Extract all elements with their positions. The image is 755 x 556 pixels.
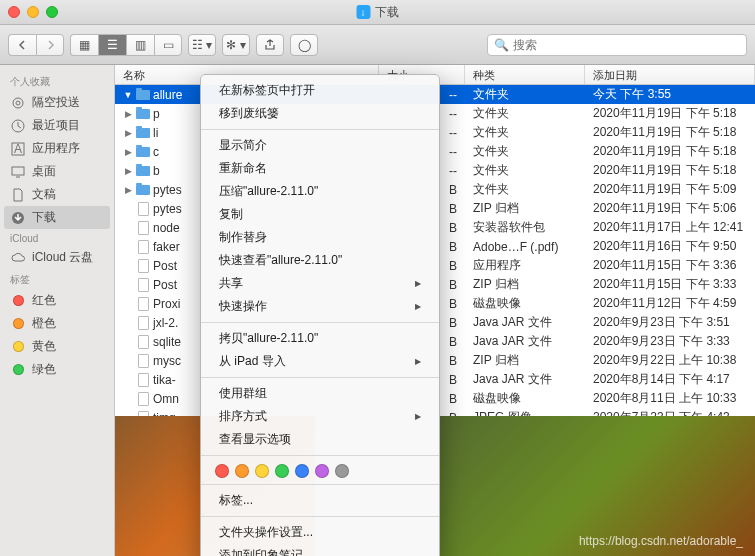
disclosure-icon[interactable]: ▶	[123, 109, 133, 119]
file-name: c	[153, 145, 159, 159]
context-menu-item[interactable]: 快速操作	[201, 295, 439, 318]
disclosure-icon[interactable]: ▼	[123, 90, 133, 100]
file-date: 2020年9月23日 下午 3:51	[585, 314, 755, 331]
tag-color[interactable]	[235, 464, 249, 478]
sidebar-label: 桌面	[32, 163, 56, 180]
view-buttons: ▦ ☰ ▥ ▭	[70, 34, 182, 56]
nav-buttons	[8, 34, 64, 56]
file-kind: Java JAR 文件	[465, 371, 585, 388]
zoom-button[interactable]	[46, 6, 58, 18]
file-name: allure	[153, 88, 182, 102]
window-title-text: 下载	[375, 4, 399, 21]
back-button[interactable]	[8, 34, 36, 56]
search-field[interactable]: 🔍	[487, 34, 747, 56]
context-menu-item[interactable]: 制作替身	[201, 226, 439, 249]
tag-color[interactable]	[335, 464, 349, 478]
context-menu-item[interactable]: 从 iPad 导入	[201, 350, 439, 373]
disclosure-icon[interactable]: ▶	[123, 185, 133, 195]
context-menu-item[interactable]: 复制	[201, 203, 439, 226]
sidebar-label: 应用程序	[32, 140, 80, 157]
column-view-button[interactable]: ▥	[126, 34, 154, 56]
context-menu-item[interactable]: 标签...	[201, 489, 439, 512]
sidebar-item[interactable]: 黄色	[0, 335, 114, 358]
file-name: pytes	[153, 183, 182, 197]
forward-button[interactable]	[36, 34, 64, 56]
sidebar-item[interactable]: A应用程序	[0, 137, 114, 160]
file-date: 2020年9月23日 下午 3:33	[585, 333, 755, 350]
file-date: 2020年8月11日 上午 10:33	[585, 390, 755, 407]
sidebar-item[interactable]: iCloud 云盘	[0, 246, 114, 269]
tag-color[interactable]	[255, 464, 269, 478]
sidebar-item[interactable]: 红色	[0, 289, 114, 312]
col-date[interactable]: 添加日期	[585, 65, 755, 84]
disclosure-icon[interactable]: ▶	[123, 166, 133, 176]
tag-icon	[10, 293, 26, 309]
context-menu-item[interactable]: 显示简介	[201, 134, 439, 157]
context-menu-item[interactable]: 压缩"allure-2.11.0"	[201, 180, 439, 203]
file-kind: ZIP 归档	[465, 200, 585, 217]
disclosure-icon[interactable]: ▶	[123, 147, 133, 157]
context-menu: 在新标签页中打开移到废纸篓显示简介重新命名压缩"allure-2.11.0"复制…	[200, 74, 440, 556]
file-kind: 文件夹	[465, 124, 585, 141]
window-title: 下载	[356, 4, 399, 21]
context-menu-item[interactable]: 共享	[201, 272, 439, 295]
watermark: https://blog.csdn.net/adorable_	[579, 534, 743, 548]
context-menu-item[interactable]: 排序方式	[201, 405, 439, 428]
file-date: 2020年11月12日 下午 4:59	[585, 295, 755, 312]
context-menu-item[interactable]: 查看显示选项	[201, 428, 439, 451]
icon-view-button[interactable]: ▦	[70, 34, 98, 56]
tag-color[interactable]	[215, 464, 229, 478]
close-button[interactable]	[8, 6, 20, 18]
arrange-button[interactable]: ☷ ▾	[188, 34, 216, 56]
doc-icon	[136, 240, 150, 254]
context-menu-item[interactable]: 添加到印象笔记	[201, 544, 439, 556]
sidebar-item[interactable]: 桌面	[0, 160, 114, 183]
context-menu-item[interactable]: 拷贝"allure-2.11.0"	[201, 327, 439, 350]
file-kind: Adobe…F (.pdf)	[465, 240, 585, 254]
tag-color[interactable]	[275, 464, 289, 478]
sidebar-item[interactable]: 文稿	[0, 183, 114, 206]
file-name: p	[153, 107, 160, 121]
file-name: Omn	[153, 392, 179, 406]
sidebar-label: 绿色	[32, 361, 56, 378]
share-button[interactable]	[256, 34, 284, 56]
tag-color[interactable]	[295, 464, 309, 478]
file-kind: ZIP 归档	[465, 352, 585, 369]
file-date: 2020年11月16日 下午 9:50	[585, 238, 755, 255]
sidebar-item[interactable]: 下载	[4, 206, 110, 229]
tags-button[interactable]: ◯	[290, 34, 318, 56]
action-button[interactable]: ✻ ▾	[222, 34, 250, 56]
list-view-button[interactable]: ☰	[98, 34, 126, 56]
file-kind: 文件夹	[465, 143, 585, 160]
gallery-view-button[interactable]: ▭	[154, 34, 182, 56]
context-menu-item[interactable]: 快速查看"allure-2.11.0"	[201, 249, 439, 272]
sidebar-item[interactable]: 绿色	[0, 358, 114, 381]
context-menu-item[interactable]: 文件夹操作设置...	[201, 521, 439, 544]
search-input[interactable]	[513, 38, 740, 52]
minimize-button[interactable]	[27, 6, 39, 18]
svg-point-0	[16, 101, 20, 105]
context-menu-item[interactable]: 重新命名	[201, 157, 439, 180]
doc-icon	[136, 335, 150, 349]
context-menu-item[interactable]: 使用群组	[201, 382, 439, 405]
sidebar-item[interactable]: 最近项目	[0, 114, 114, 137]
file-kind: 安装器软件包	[465, 219, 585, 236]
recent-icon	[10, 118, 26, 134]
file-kind: 文件夹	[465, 105, 585, 122]
context-menu-item[interactable]: 在新标签页中打开	[201, 79, 439, 102]
file-date: 2020年11月15日 下午 3:33	[585, 276, 755, 293]
tag-color[interactable]	[315, 464, 329, 478]
doc-icon	[136, 202, 150, 216]
sidebar-label: 文稿	[32, 186, 56, 203]
col-kind[interactable]: 种类	[465, 65, 585, 84]
disclosure-icon[interactable]: ▶	[123, 128, 133, 138]
sidebar-item[interactable]: 橙色	[0, 312, 114, 335]
folder-icon	[136, 145, 150, 159]
sidebar-item[interactable]: 隔空投送	[0, 91, 114, 114]
apps-icon: A	[10, 141, 26, 157]
file-kind: 文件夹	[465, 162, 585, 179]
file-name: li	[153, 126, 158, 140]
file-date: 2020年8月14日 下午 4:17	[585, 371, 755, 388]
file-date: 2020年9月22日 上午 10:38	[585, 352, 755, 369]
context-menu-item[interactable]: 移到废纸篓	[201, 102, 439, 125]
